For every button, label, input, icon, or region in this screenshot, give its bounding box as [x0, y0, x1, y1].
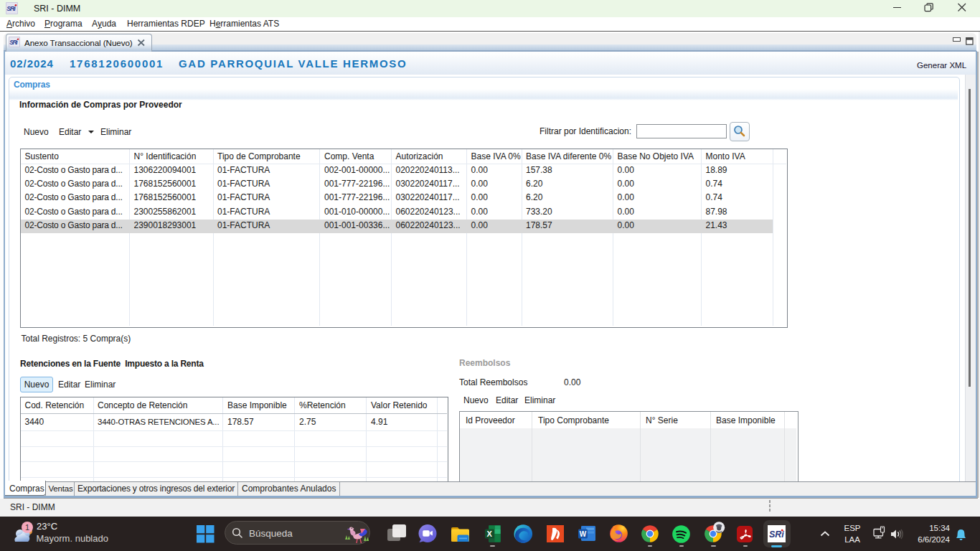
svg-text:W: W [580, 530, 587, 538]
svg-text:X: X [487, 529, 493, 537]
svg-text:SRi: SRi [6, 5, 16, 12]
svg-text:SRi: SRi [9, 39, 18, 46]
